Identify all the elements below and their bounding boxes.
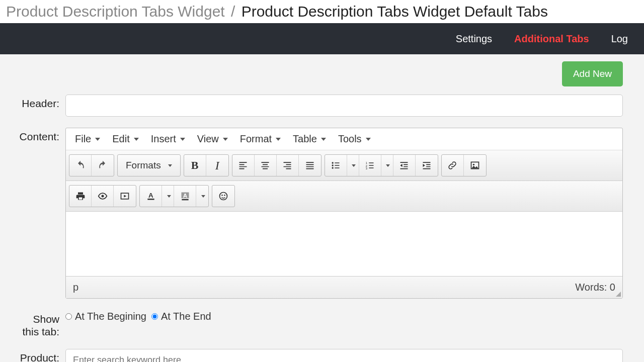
menu-edit[interactable]: Edit	[112, 133, 138, 145]
svg-point-2	[332, 167, 334, 168]
redo-icon	[98, 160, 108, 170]
svg-rect-15	[182, 199, 188, 201]
radio-end[interactable]: At The End	[151, 311, 211, 322]
chevron-down-icon	[366, 138, 371, 141]
breadcrumb: Product Description Tabs Widget / Produc…	[0, 0, 644, 23]
chevron-down-icon	[201, 195, 205, 198]
media-icon	[120, 191, 130, 201]
add-new-button[interactable]: Add New	[562, 61, 623, 86]
editor-content-area[interactable]	[66, 212, 622, 276]
text-color-icon: A	[146, 191, 156, 201]
radio-end-input[interactable]	[151, 313, 158, 320]
indent-icon	[422, 160, 432, 170]
link-icon	[447, 160, 457, 170]
outdent-button[interactable]	[393, 155, 416, 176]
svg-point-0	[332, 162, 334, 163]
image-icon	[470, 160, 480, 170]
background-color-icon: A	[180, 191, 190, 201]
outdent-icon	[399, 160, 409, 170]
undo-button[interactable]	[69, 155, 92, 176]
text-color-options[interactable]	[162, 186, 174, 207]
preview-button[interactable]	[92, 186, 114, 207]
nav-additional-tabs[interactable]: Additional Tabs	[514, 33, 589, 45]
nav-settings[interactable]: Settings	[456, 33, 492, 45]
chevron-down-icon	[276, 138, 281, 141]
chevron-down-icon	[352, 164, 356, 167]
menu-table[interactable]: Table	[293, 133, 326, 145]
bullet-list-button[interactable]	[325, 155, 347, 176]
menu-file[interactable]: File	[75, 133, 100, 145]
text-color-button[interactable]: A	[140, 186, 162, 207]
svg-point-7	[473, 164, 474, 165]
align-right-button[interactable]	[277, 155, 299, 176]
bullet-list-options[interactable]	[347, 155, 359, 176]
background-color-options[interactable]	[196, 186, 208, 207]
align-left-button[interactable]	[232, 155, 255, 176]
chevron-down-icon	[167, 195, 171, 198]
align-left-icon	[238, 160, 248, 170]
navbar: Settings Additional Tabs Log	[0, 23, 644, 54]
chevron-down-icon	[180, 138, 185, 141]
chevron-down-icon	[95, 138, 100, 141]
bullet-list-icon	[331, 160, 341, 170]
page-body: Add New Header: Content: File Edit Inser…	[0, 54, 644, 362]
menu-insert[interactable]: Insert	[151, 133, 185, 145]
breadcrumb-separator: /	[231, 3, 235, 20]
breadcrumb-current: Product Description Tabs Widget Default …	[242, 3, 548, 20]
numbered-list-icon: 123	[365, 160, 375, 170]
emoji-icon	[218, 191, 228, 201]
media-button[interactable]	[114, 186, 136, 207]
svg-point-1	[332, 164, 334, 166]
background-color-button[interactable]: A	[174, 186, 196, 207]
menu-format[interactable]: Format	[240, 133, 281, 145]
nav-log[interactable]: Log	[611, 33, 628, 45]
bold-button[interactable]: B	[184, 155, 206, 176]
align-justify-icon	[305, 160, 315, 170]
numbered-list-button[interactable]: 123	[359, 155, 381, 176]
radio-beginning-input[interactable]	[65, 313, 72, 320]
italic-button[interactable]: I	[206, 155, 228, 176]
radio-beginning[interactable]: At The Begining	[65, 311, 146, 322]
link-button[interactable]	[442, 155, 464, 176]
product-search-input[interactable]	[65, 349, 623, 362]
image-button[interactable]	[464, 155, 486, 176]
svg-point-9	[101, 195, 104, 198]
numbered-list-options[interactable]	[381, 155, 393, 176]
svg-rect-8	[78, 198, 82, 200]
resize-handle[interactable]	[615, 291, 621, 297]
print-button[interactable]	[69, 186, 92, 207]
undo-icon	[75, 160, 86, 170]
chevron-down-icon	[386, 164, 390, 167]
breadcrumb-parent[interactable]: Product Description Tabs Widget	[6, 3, 225, 20]
product-label: Product:	[0, 349, 65, 362]
word-count: Words: 0	[575, 282, 615, 293]
formats-dropdown[interactable]: Formats	[118, 155, 180, 176]
header-label: Header:	[0, 95, 65, 117]
bold-icon: B	[191, 159, 199, 172]
align-right-icon	[282, 160, 292, 170]
svg-point-18	[224, 195, 225, 196]
menu-view[interactable]: View	[197, 133, 228, 145]
editor-menubar: File Edit Insert View Format Table Tools	[66, 128, 622, 150]
element-path[interactable]: p	[73, 282, 78, 293]
editor-statusbar: p Words: 0	[66, 276, 622, 298]
eye-icon	[98, 191, 108, 201]
chevron-down-icon	[168, 164, 172, 167]
emoji-button[interactable]	[212, 186, 234, 207]
print-icon	[75, 191, 86, 201]
rich-text-editor: File Edit Insert View Format Table Tools…	[65, 128, 623, 299]
svg-point-17	[221, 195, 223, 196]
menu-tools[interactable]: Tools	[338, 133, 371, 145]
svg-text:3: 3	[366, 167, 367, 170]
show-tab-radio-group: At The Begining At The End	[65, 310, 623, 322]
header-input[interactable]	[65, 95, 623, 117]
indent-button[interactable]	[416, 155, 438, 176]
align-center-button[interactable]	[255, 155, 277, 176]
svg-text:A: A	[148, 192, 153, 199]
content-label: Content:	[0, 128, 65, 299]
align-justify-button[interactable]	[299, 155, 321, 176]
editor-toolbar-row-1: Formats B I 123	[66, 150, 622, 181]
show-tab-label: Showthis tab:	[0, 310, 65, 338]
align-center-icon	[260, 160, 270, 170]
redo-button[interactable]	[92, 155, 114, 176]
